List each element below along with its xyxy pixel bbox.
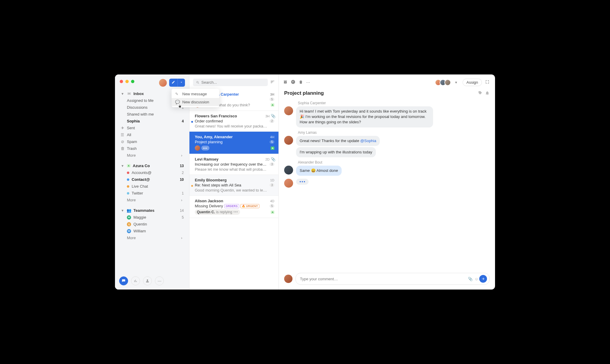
participants-dropdown[interactable]: ▾ — [455, 80, 457, 85]
sidebar-item-livechat[interactable]: Live Chat — [117, 183, 187, 190]
composer-input[interactable] — [300, 277, 466, 281]
search-input[interactable] — [201, 80, 265, 85]
participants-stack[interactable] — [437, 79, 451, 86]
message-bubble: I'm wrapping up with the illustrations t… — [296, 147, 376, 157]
search-input-wrapper[interactable] — [193, 79, 268, 86]
traffic-lights — [120, 80, 134, 83]
more-icon: ⋯ — [158, 279, 161, 283]
tag-icon[interactable] — [478, 91, 483, 96]
list-item-3[interactable]: Levi Ramsey 2D 📎 Increasing our order fr… — [189, 154, 278, 175]
chevron-down-icon: ▾ — [120, 91, 125, 96]
composer-box[interactable]: 📎 ☺ — [295, 273, 490, 285]
message-bubble: Great news! Thanks for the update @Sophi… — [296, 136, 380, 146]
stack-icon: ☰ — [120, 133, 125, 137]
compose-icon — [169, 79, 178, 87]
snooze-icon[interactable] — [291, 80, 295, 85]
sidebar-item-teammates[interactable]: ▾ 👥 Teammates 14 — [117, 207, 187, 214]
nav-inbox-button[interactable] — [119, 276, 128, 285]
menu-new-message[interactable]: ✎ New message — [172, 90, 219, 98]
list-item-time: 1D — [270, 178, 274, 182]
chevron-down-icon: ▾ — [120, 208, 125, 213]
sidebar-item-trash[interactable]: 🗑 Trash — [117, 145, 187, 152]
list-item-time: 3H — [270, 93, 274, 96]
message-avatar[interactable] — [284, 106, 293, 115]
more-icon[interactable]: ⋯ — [306, 80, 311, 85]
list-item-count: 3 — [270, 183, 274, 187]
window-minimize[interactable] — [125, 80, 129, 83]
sidebar-item-quentin[interactable]: Q Quentin — [117, 221, 187, 228]
message-author: Alexander Bout — [298, 160, 490, 164]
sidebar-item-azura[interactable]: ▾ A Azura Co 13 — [117, 162, 187, 169]
sidebar-item-william[interactable]: W William — [117, 228, 187, 234]
assign-button[interactable]: Assign — [463, 79, 482, 86]
compose-button[interactable] — [169, 79, 185, 87]
attachment-icon[interactable]: 📎 — [468, 277, 473, 281]
sidebar-item-sophia[interactable]: Sophia 4 — [117, 118, 187, 125]
convo-messages: Sophia Carpenter Hi team! I met with Tom… — [279, 100, 495, 269]
nav-contacts-button[interactable] — [143, 276, 152, 285]
sidebar-item-maggie[interactable]: M Maggie 5 — [117, 214, 187, 221]
window-close[interactable] — [120, 80, 123, 83]
list-item-preview: Good morning Quentin, we wanted to le… — [195, 188, 274, 192]
sidebar-item-accounts[interactable]: Accounts@ 2 — [117, 169, 187, 176]
chevron-down-icon: ▾ — [120, 164, 125, 168]
sidebar-item-more-1[interactable]: More › — [117, 152, 187, 159]
list-item-from: Alison Jackson — [195, 199, 269, 203]
sidebar-item-sent[interactable]: ✈ Sent — [117, 125, 187, 131]
emoji-icon[interactable]: ☺ — [474, 277, 479, 281]
assignee-badge: A — [271, 103, 274, 107]
teammate-avatar-q: Q — [127, 222, 131, 226]
list-item-subject: Re: Next steps with All Sea — [195, 183, 268, 187]
teammate-avatar-w: W — [127, 229, 131, 233]
list-item-from: Emily Bloomberg — [195, 178, 269, 182]
list-item-2-selected[interactable]: You, Amy, Alexander 4H Project planning … — [189, 132, 278, 154]
dot-blue-icon — [127, 178, 129, 181]
list-item-from: You, Amy, Alexander — [195, 135, 269, 139]
sidebar-item-twitter[interactable]: Twitter 1 — [117, 190, 187, 197]
sidebar-item-more-2[interactable]: More › — [117, 197, 187, 203]
sidebar-item-all[interactable]: ☰ All — [117, 131, 187, 138]
sidebar-bottom-nav: ⋯ — [115, 272, 189, 290]
message-avatar[interactable] — [284, 136, 293, 145]
sidebar-azura-section: ▾ A Azura Co 13 Accounts@ 2 Contact@ 10 … — [115, 161, 189, 205]
list-item-5[interactable]: Alison Jackson 4D Missing Delivery ORDER… — [189, 196, 278, 218]
compose-dropdown-toggle[interactable] — [178, 79, 185, 87]
list-items: …as › Sophia Carpenter 3H …se 5 @sophia … — [189, 89, 278, 290]
dot-orange-icon — [127, 185, 129, 188]
list-item-subject: Increasing our order frequency over the… — [195, 162, 268, 167]
current-user-avatar[interactable] — [159, 79, 167, 87]
chevron-right-icon: › — [180, 236, 184, 240]
teammate-avatar-m: M — [127, 215, 131, 220]
message-avatar[interactable] — [284, 179, 293, 188]
list-header — [189, 74, 278, 89]
window-zoom[interactable] — [131, 80, 134, 83]
convo-titlebar: Project planning — [279, 89, 495, 100]
message-group-2: Alexander Bout Same 😄 Almost done — [284, 160, 490, 176]
replying-pill: Quentin C. is replying ••• — [195, 209, 240, 215]
dot-red-icon — [127, 172, 129, 174]
message-group-0: Sophia Carpenter Hi team! I met with Tom… — [284, 101, 490, 127]
sidebar-item-contact[interactable]: Contact@ 10 — [117, 176, 187, 183]
delete-icon[interactable] — [298, 80, 303, 85]
sort-button[interactable] — [270, 80, 275, 85]
nav-analytics-button[interactable] — [131, 276, 140, 285]
bell-icon[interactable] — [485, 91, 490, 96]
list-item-from: Flowers San Francisco — [195, 114, 264, 118]
search-icon — [196, 81, 200, 84]
sidebar-item-shared[interactable]: Shared with me — [117, 111, 187, 118]
list-item-from: Levi Ramsey — [195, 157, 264, 161]
paper-plane-icon: ✈ — [120, 126, 125, 130]
expand-icon[interactable] — [485, 80, 490, 85]
nav-more-button[interactable]: ⋯ — [155, 276, 164, 285]
tag-urgent: 🔥 URGENT — [240, 204, 259, 208]
sidebar-teammates-section: ▾ 👥 Teammates 14 M Maggie 5 Q Quentin W … — [115, 205, 189, 243]
list-item-1[interactable]: Flowers San Francisco 3H 📎 Order confirm… — [189, 111, 278, 132]
message-avatar[interactable] — [284, 166, 293, 175]
list-item-4[interactable]: Emily Bloomberg 1D Re: Next steps with A… — [189, 175, 278, 196]
send-button[interactable] — [479, 275, 487, 283]
archive-icon[interactable] — [283, 80, 288, 85]
sidebar-item-more-3[interactable]: More › — [117, 234, 187, 241]
sidebar-item-spam[interactable]: ⊘ Spam — [117, 138, 187, 145]
list-item-time: 3H — [265, 114, 270, 118]
app-window: ▾ ✉ Inbox Assigned to Me Discussions 1 S… — [115, 74, 495, 290]
